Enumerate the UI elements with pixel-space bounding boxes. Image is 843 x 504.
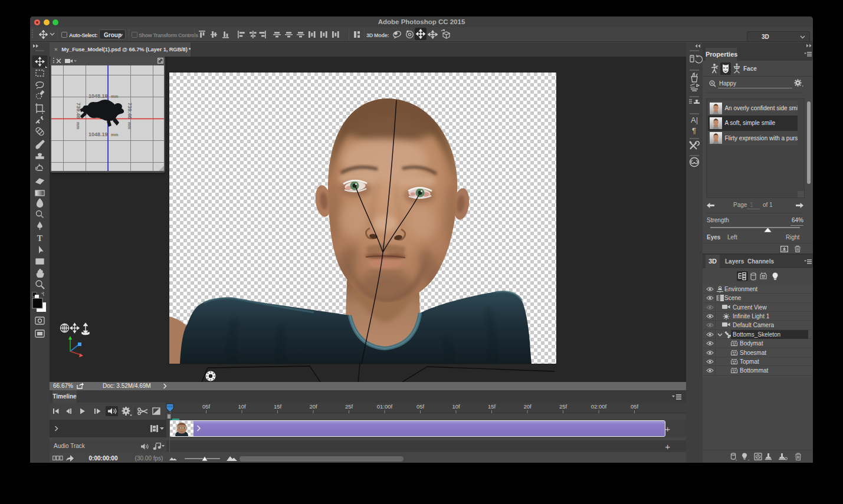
svg-text:15f: 15f (488, 403, 496, 410)
svg-text:1048.19: 1048.19 (88, 131, 108, 137)
svg-text:739.46: 739.46 (76, 103, 81, 119)
svg-text:1048.19: 1048.19 (88, 93, 108, 99)
svg-text:A|: A| (691, 116, 698, 124)
svg-text:mm: mm (127, 122, 132, 129)
svg-text:¶: ¶ (692, 126, 696, 135)
svg-text:T: T (37, 234, 43, 243)
svg-text:25f: 25f (559, 403, 568, 410)
svg-text:05f: 05f (416, 403, 425, 410)
svg-text:mm: mm (111, 94, 118, 98)
svg-text:10f: 10f (238, 403, 246, 410)
svg-text:01:00f: 01:00f (377, 403, 393, 410)
svg-text:02:00f: 02:00f (591, 403, 607, 410)
svg-text:20f: 20f (309, 403, 317, 410)
svg-text:25f: 25f (345, 403, 353, 410)
svg-text:739.46: 739.46 (127, 103, 133, 119)
svg-text:05f: 05f (631, 403, 639, 410)
svg-text:10f: 10f (452, 403, 460, 410)
svg-text:mm: mm (76, 122, 80, 129)
svg-text:mm: mm (111, 133, 118, 137)
svg-text:05f: 05f (202, 403, 211, 410)
svg-text:20f: 20f (523, 403, 532, 410)
svg-text:15f: 15f (274, 403, 282, 410)
